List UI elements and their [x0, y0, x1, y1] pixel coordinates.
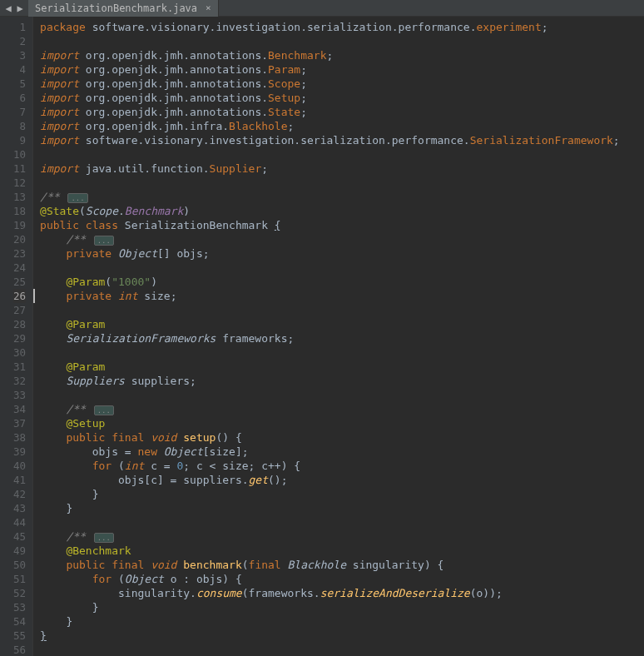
line-number: 24	[13, 261, 26, 275]
line-number: 44	[13, 515, 26, 529]
code-line[interactable]: @Param	[40, 360, 644, 374]
code-line[interactable]	[40, 388, 644, 402]
line-number: 54	[13, 614, 26, 629]
code-line[interactable]	[40, 34, 644, 48]
line-number: 20	[13, 232, 26, 246]
line-number: 53	[13, 600, 26, 614]
code-line[interactable]: @Param	[40, 317, 644, 331]
line-number: 2	[13, 34, 26, 48]
line-number: 5	[13, 77, 26, 91]
fold-badge-icon[interactable]: ...	[94, 236, 114, 246]
line-number: 18	[13, 204, 26, 218]
code-line[interactable]: SerializationFrameworks frameworks;	[40, 331, 644, 345]
code-line[interactable]: /** ...	[40, 529, 644, 544]
nav-back-icon[interactable]: ◀	[3, 3, 13, 13]
line-number: 45	[13, 529, 26, 544]
line-number: 52	[13, 586, 26, 600]
code-line[interactable]: import org.openjdk.jmh.annotations.Setup…	[40, 91, 644, 105]
line-number: 56	[13, 643, 26, 656]
code-line[interactable]: }	[40, 600, 644, 614]
editor-tab[interactable]: SerializationBenchmark.java ×	[28, 0, 219, 17]
code-line[interactable]: /** ...	[40, 402, 644, 416]
line-number: 25	[13, 275, 26, 289]
line-number: 42	[13, 487, 26, 501]
line-number: 43	[13, 501, 26, 515]
line-number: 30	[13, 345, 26, 360]
code-area[interactable]: package software.visionary.investigation…	[33, 17, 644, 656]
line-number: 3	[13, 48, 26, 62]
code-line[interactable]: import software.visionary.investigation.…	[40, 133, 644, 147]
code-line[interactable]: @Benchmark	[40, 544, 644, 558]
code-line[interactable]: Suppliers suppliers;	[40, 374, 644, 388]
line-number: 12	[13, 176, 26, 190]
code-line[interactable]: objs = new Object[size];	[40, 445, 644, 459]
close-icon[interactable]: ×	[206, 2, 211, 13]
code-editor[interactable]: 1234567891011121318192023242526272829303…	[0, 17, 644, 656]
line-number: 39	[13, 445, 26, 459]
code-line[interactable]: import org.openjdk.jmh.annotations.Bench…	[40, 48, 644, 62]
line-number: 37	[13, 416, 26, 430]
line-number: 8	[13, 119, 26, 133]
code-line[interactable]: }	[40, 629, 644, 643]
code-line[interactable]: private int size;	[40, 289, 644, 303]
line-number: 26	[13, 289, 26, 303]
code-line[interactable]: singularity.consume(frameworks.serialize…	[40, 586, 644, 600]
code-line[interactable]	[40, 515, 644, 529]
code-line[interactable]: package software.visionary.investigation…	[40, 20, 644, 34]
code-line[interactable]	[40, 147, 644, 162]
line-number: 11	[13, 162, 26, 176]
line-number: 9	[13, 133, 26, 147]
code-line[interactable]: }	[40, 487, 644, 501]
line-number: 13	[13, 190, 26, 204]
line-number: 29	[13, 331, 26, 345]
fold-badge-icon[interactable]: ...	[94, 405, 114, 415]
code-line[interactable]: private Object[] objs;	[40, 246, 644, 261]
code-line[interactable]: @Param("1000")	[40, 275, 644, 289]
line-number: 23	[13, 246, 26, 261]
nav-arrows: ◀ ▶	[0, 3, 28, 13]
code-line[interactable]: public final void benchmark(final Blackh…	[40, 558, 644, 572]
line-number: 7	[13, 105, 26, 119]
code-line[interactable]: @Setup	[40, 416, 644, 430]
tab-filename: SerializationBenchmark.java	[35, 2, 197, 14]
line-number: 31	[13, 360, 26, 374]
fold-badge-icon[interactable]: ...	[67, 193, 87, 203]
line-number: 27	[13, 303, 26, 317]
line-number: 19	[13, 218, 26, 232]
code-line[interactable]: /** ...	[40, 190, 644, 204]
code-line[interactable]: import org.openjdk.jmh.annotations.State…	[40, 105, 644, 119]
code-line[interactable]: import org.openjdk.jmh.annotations.Param…	[40, 62, 644, 77]
code-line[interactable]: @State(Scope.Benchmark)	[40, 204, 644, 218]
line-number: 4	[13, 62, 26, 77]
code-line[interactable]: import org.openjdk.jmh.infra.Blackhole;	[40, 119, 644, 133]
line-number: 49	[13, 544, 26, 558]
line-number: 28	[13, 317, 26, 331]
code-line[interactable]	[40, 303, 644, 317]
code-line[interactable]	[40, 643, 644, 656]
line-number: 10	[13, 147, 26, 162]
code-line[interactable]: public class SerializationBenchmark {	[40, 218, 644, 232]
line-number: 51	[13, 572, 26, 586]
line-number: 40	[13, 459, 26, 473]
code-line[interactable]: import org.openjdk.jmh.annotations.Scope…	[40, 77, 644, 91]
nav-forward-icon[interactable]: ▶	[15, 3, 25, 13]
code-line[interactable]	[40, 261, 644, 275]
code-line[interactable]: for (Object o : objs) {	[40, 572, 644, 586]
code-line[interactable]: objs[c] = suppliers.get();	[40, 473, 644, 487]
line-number: 32	[13, 374, 26, 388]
code-line[interactable]: import java.util.function.Supplier;	[40, 162, 644, 176]
code-line[interactable]: }	[40, 614, 644, 629]
line-number: 1	[13, 20, 26, 34]
code-line[interactable]: for (int c = 0; c < size; c++) {	[40, 459, 644, 473]
line-number: 6	[13, 91, 26, 105]
code-line[interactable]: public final void setup() {	[40, 430, 644, 445]
fold-badge-icon[interactable]: ...	[94, 533, 114, 543]
code-line[interactable]: /** ...	[40, 232, 644, 246]
line-number: 55	[13, 629, 26, 643]
line-number: 38	[13, 430, 26, 445]
code-line[interactable]	[40, 176, 644, 190]
code-line[interactable]: }	[40, 501, 644, 515]
line-number: 41	[13, 473, 26, 487]
tab-bar: ◀ ▶ SerializationBenchmark.java ×	[0, 0, 644, 17]
code-line[interactable]	[40, 345, 644, 360]
